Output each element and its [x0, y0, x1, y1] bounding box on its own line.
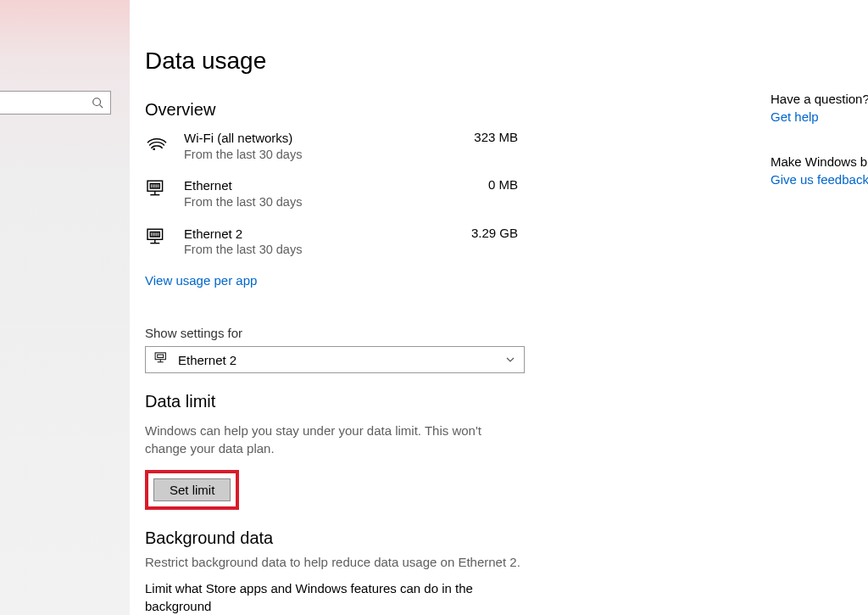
chevron-down-icon — [505, 355, 515, 365]
ethernet-icon — [145, 179, 169, 201]
overview-item-sub: From the last 30 days — [184, 194, 450, 210]
set-limit-button[interactable]: Set limit — [153, 478, 231, 501]
svg-rect-4 — [150, 184, 159, 189]
overview-heading: Overview — [145, 100, 755, 120]
overview-list: Wi-Fi (all networks) From the last 30 da… — [145, 130, 755, 258]
overview-item-name: Wi-Fi (all networks) — [184, 130, 450, 147]
settings-for-dropdown[interactable]: Ethernet 2 — [145, 346, 525, 373]
sidebar — [0, 0, 130, 615]
overview-item-value: 323 MB — [450, 130, 518, 144]
overview-item: Ethernet From the last 30 days 0 MB — [145, 177, 518, 210]
overview-item-sub: From the last 30 days — [184, 147, 450, 163]
page-title: Data usage — [145, 48, 755, 75]
search-icon — [92, 97, 103, 109]
view-usage-per-app-link[interactable]: View usage per app — [145, 273, 257, 288]
question-heading: Have a question? — [771, 92, 868, 106]
overview-item: Ethernet 2 From the last 30 days 3.29 GB — [145, 226, 518, 258]
ethernet-icon — [145, 227, 169, 249]
feedback-link[interactable]: Give us feedback — [771, 172, 868, 187]
show-settings-for-label: Show settings for — [145, 326, 755, 340]
svg-point-2 — [153, 148, 155, 150]
overview-item: Wi-Fi (all networks) From the last 30 da… — [145, 130, 518, 162]
overview-item-value: 0 MB — [450, 177, 518, 192]
overview-item-value: 3.29 GB — [450, 226, 518, 240]
svg-rect-12 — [150, 232, 159, 237]
better-heading: Make Windows better — [771, 154, 868, 169]
dropdown-selected: Ethernet 2 — [178, 353, 505, 367]
overview-item-sub: From the last 30 days — [184, 242, 450, 258]
wifi-icon — [145, 131, 169, 154]
search-input[interactable] — [0, 91, 111, 115]
main-content: Data usage Overview Wi-Fi (all networks)… — [130, 0, 771, 615]
right-panel: Have a question? Get help Make Windows b… — [771, 0, 868, 615]
overview-item-name: Ethernet 2 — [184, 226, 450, 243]
svg-point-0 — [93, 98, 101, 106]
svg-rect-20 — [158, 355, 164, 358]
background-data-heading: Background data — [145, 528, 755, 548]
highlight-box: Set limit — [145, 470, 239, 510]
data-limit-heading: Data limit — [145, 392, 755, 411]
get-help-link[interactable]: Get help — [771, 109, 868, 124]
overview-item-name: Ethernet — [184, 177, 450, 194]
svg-line-1 — [100, 105, 103, 109]
svg-rect-19 — [155, 353, 165, 360]
background-data-sub: Limit what Store apps and Windows featur… — [145, 579, 484, 615]
background-data-description: Restrict background data to help reduce … — [145, 553, 755, 571]
ethernet-icon — [154, 352, 170, 367]
data-limit-description: Windows can help you stay under your dat… — [145, 422, 501, 457]
